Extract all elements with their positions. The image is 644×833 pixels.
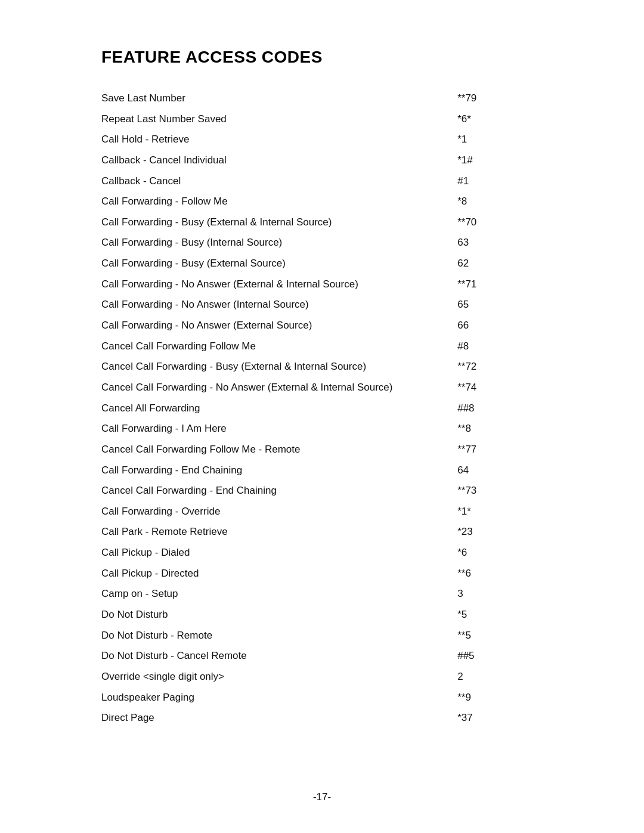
feature-code: **77 bbox=[445, 439, 543, 460]
feature-name: Call Hold - Retrieve bbox=[101, 129, 445, 150]
feature-code: 63 bbox=[445, 233, 543, 253]
table-row: Cancel Call Forwarding Follow Me#8 bbox=[101, 336, 543, 357]
page-number: -17- bbox=[313, 791, 331, 803]
feature-code: **70 bbox=[445, 212, 543, 233]
table-row: Do Not Disturb - Cancel Remote##5 bbox=[101, 646, 543, 667]
feature-name: Call Forwarding - No Answer (External So… bbox=[101, 315, 445, 336]
feature-name: Do Not Disturb - Remote bbox=[101, 625, 445, 646]
feature-code: **72 bbox=[445, 357, 543, 377]
feature-name: Callback - Cancel bbox=[101, 171, 445, 192]
feature-name: Call Forwarding - No Answer (Internal So… bbox=[101, 295, 445, 315]
feature-name: Loudspeaker Paging bbox=[101, 688, 445, 708]
feature-code: **71 bbox=[445, 274, 543, 295]
feature-name: Cancel Call Forwarding - No Answer (Exte… bbox=[101, 377, 445, 398]
feature-code: **73 bbox=[445, 481, 543, 501]
feature-code: **9 bbox=[445, 688, 543, 708]
feature-name: Camp on - Setup bbox=[101, 584, 445, 605]
table-row: Call Forwarding - No Answer (External So… bbox=[101, 315, 543, 336]
feature-code: *1* bbox=[445, 501, 543, 522]
feature-code: *23 bbox=[445, 522, 543, 543]
table-row: Call Forwarding - No Answer (Internal So… bbox=[101, 295, 543, 315]
table-row: Loudspeaker Paging**9 bbox=[101, 688, 543, 708]
page-title: FEATURE ACCESS CODES bbox=[101, 48, 543, 67]
feature-name: Save Last Number bbox=[101, 88, 445, 109]
feature-code: **6 bbox=[445, 563, 543, 584]
feature-code: **5 bbox=[445, 625, 543, 646]
feature-code: *6 bbox=[445, 543, 543, 563]
feature-name: Callback - Cancel Individual bbox=[101, 150, 445, 171]
table-row: Callback - Cancel Individual*1# bbox=[101, 150, 543, 171]
table-row: Direct Page*37 bbox=[101, 708, 543, 729]
feature-name: Cancel Call Forwarding Follow Me - Remot… bbox=[101, 439, 445, 460]
feature-code: *1 bbox=[445, 129, 543, 150]
feature-code: *1# bbox=[445, 150, 543, 171]
feature-name: Cancel Call Forwarding Follow Me bbox=[101, 336, 445, 357]
table-row: Do Not Disturb - Remote**5 bbox=[101, 625, 543, 646]
feature-name: Cancel All Forwarding bbox=[101, 398, 445, 419]
table-row: Call Forwarding - Busy (External & Inter… bbox=[101, 212, 543, 233]
table-row: Call Forwarding - No Answer (External & … bbox=[101, 274, 543, 295]
feature-name: Do Not Disturb bbox=[101, 605, 445, 625]
feature-name: Direct Page bbox=[101, 708, 445, 729]
feature-name: Call Forwarding - Busy (External Source) bbox=[101, 253, 445, 274]
table-row: Call Forwarding - Override*1* bbox=[101, 501, 543, 522]
feature-code: 65 bbox=[445, 295, 543, 315]
feature-code: *8 bbox=[445, 191, 543, 212]
feature-name: Call Forwarding - No Answer (External & … bbox=[101, 274, 445, 295]
feature-code: *6* bbox=[445, 109, 543, 130]
feature-name: Cancel Call Forwarding - Busy (External … bbox=[101, 357, 445, 377]
feature-code: *37 bbox=[445, 708, 543, 729]
feature-name: Do Not Disturb - Cancel Remote bbox=[101, 646, 445, 667]
table-row: Call Forwarding - Busy (Internal Source)… bbox=[101, 233, 543, 253]
feature-name: Call Park - Remote Retrieve bbox=[101, 522, 445, 543]
table-row: Save Last Number**79 bbox=[101, 88, 543, 109]
table-row: Cancel All Forwarding##8 bbox=[101, 398, 543, 419]
table-row: Call Pickup - Dialed*6 bbox=[101, 543, 543, 563]
feature-name: Call Forwarding - I Am Here bbox=[101, 419, 445, 439]
feature-code: **74 bbox=[445, 377, 543, 398]
feature-code: ##5 bbox=[445, 646, 543, 667]
table-row: Callback - Cancel#1 bbox=[101, 171, 543, 192]
feature-access-codes-table: Save Last Number**79Repeat Last Number S… bbox=[101, 88, 543, 729]
feature-name: Cancel Call Forwarding - End Chaining bbox=[101, 481, 445, 501]
feature-code: 62 bbox=[445, 253, 543, 274]
feature-code: *5 bbox=[445, 605, 543, 625]
table-row: Cancel Call Forwarding Follow Me - Remot… bbox=[101, 439, 543, 460]
feature-name: Call Forwarding - Busy (Internal Source) bbox=[101, 233, 445, 253]
table-row: Repeat Last Number Saved*6* bbox=[101, 109, 543, 130]
feature-code: **79 bbox=[445, 88, 543, 109]
page-container: FEATURE ACCESS CODES Save Last Number**7… bbox=[66, 0, 578, 833]
table-row: Cancel Call Forwarding - No Answer (Exte… bbox=[101, 377, 543, 398]
table-row: Override <single digit only>2 bbox=[101, 667, 543, 688]
table-row: Call Forwarding - Follow Me*8 bbox=[101, 191, 543, 212]
table-row: Cancel Call Forwarding - End Chaining**7… bbox=[101, 481, 543, 501]
table-row: Call Park - Remote Retrieve*23 bbox=[101, 522, 543, 543]
feature-code: 2 bbox=[445, 667, 543, 688]
table-row: Call Forwarding - End Chaining64 bbox=[101, 460, 543, 481]
feature-name: Call Forwarding - Override bbox=[101, 501, 445, 522]
feature-code: **8 bbox=[445, 419, 543, 439]
feature-code: 64 bbox=[445, 460, 543, 481]
feature-code: 66 bbox=[445, 315, 543, 336]
feature-name: Repeat Last Number Saved bbox=[101, 109, 445, 130]
feature-name: Override <single digit only> bbox=[101, 667, 445, 688]
table-row: Do Not Disturb*5 bbox=[101, 605, 543, 625]
feature-code: #1 bbox=[445, 171, 543, 192]
table-row: Call Hold - Retrieve*1 bbox=[101, 129, 543, 150]
table-row: Cancel Call Forwarding - Busy (External … bbox=[101, 357, 543, 377]
feature-name: Call Forwarding - Follow Me bbox=[101, 191, 445, 212]
table-row: Camp on - Setup3 bbox=[101, 584, 543, 605]
feature-name: Call Forwarding - End Chaining bbox=[101, 460, 445, 481]
feature-code: 3 bbox=[445, 584, 543, 605]
feature-code: #8 bbox=[445, 336, 543, 357]
table-row: Call Forwarding - Busy (External Source)… bbox=[101, 253, 543, 274]
feature-name: Call Forwarding - Busy (External & Inter… bbox=[101, 212, 445, 233]
table-row: Call Pickup - Directed**6 bbox=[101, 563, 543, 584]
feature-name: Call Pickup - Directed bbox=[101, 563, 445, 584]
feature-code: ##8 bbox=[445, 398, 543, 419]
table-row: Call Forwarding - I Am Here**8 bbox=[101, 419, 543, 439]
feature-name: Call Pickup - Dialed bbox=[101, 543, 445, 563]
